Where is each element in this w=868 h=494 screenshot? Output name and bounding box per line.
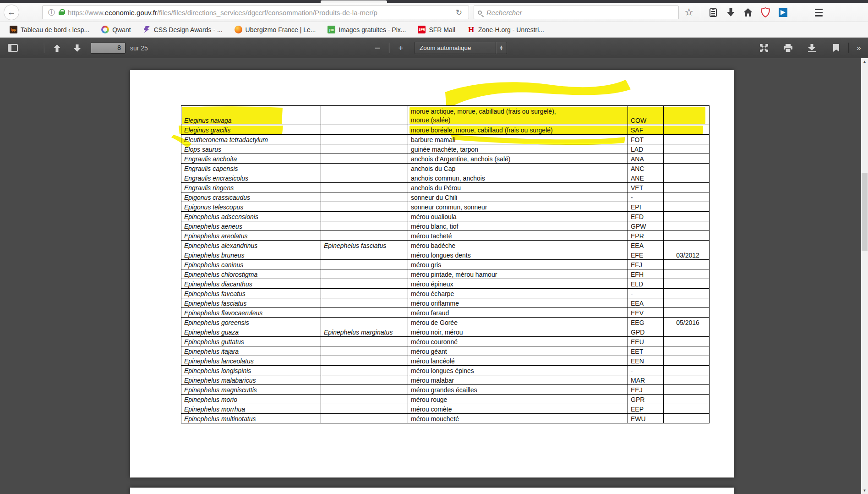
cell-code: ANC: [628, 164, 664, 173]
print-icon[interactable]: [779, 38, 797, 58]
pdf-page-8: Eleginus navagamorue arctique, morue, ca…: [130, 70, 734, 478]
bookmark-item-3[interactable]: CSS Design Awards - ...: [137, 24, 229, 36]
cell-date: [664, 164, 710, 173]
cell-syn: [321, 356, 408, 366]
more-tools-chevron[interactable]: »: [851, 38, 867, 58]
cell-code: ANA: [628, 154, 664, 164]
table-row: Epinephelus multinotatusmérou mouchetéEW…: [181, 414, 710, 423]
cell-date: [664, 346, 710, 356]
cell-date: [664, 106, 710, 125]
pdf-viewport[interactable]: Eleginus navagamorue arctique, morue, ca…: [0, 58, 868, 494]
cell-syn: [321, 318, 408, 327]
bookmark-star-icon[interactable]: ☆: [683, 7, 694, 18]
cell-fr: barbure mamali: [408, 135, 628, 144]
sidebar-toggle-icon[interactable]: [5, 38, 21, 58]
cell-date: [664, 269, 710, 279]
reload-icon[interactable]: ↻: [452, 8, 466, 17]
cell-syn: [321, 260, 408, 269]
cell-sci: Epinephelus itajara: [181, 346, 321, 356]
bookmark-item-6[interactable]: SFRSFR Mail: [412, 24, 461, 36]
table-row: Epinephelus moriomérou rougeGPR: [181, 395, 710, 404]
cell-sci: Epinephelus aeneus: [181, 221, 321, 231]
next-page-icon[interactable]: [69, 38, 85, 58]
cell-code: GPW: [628, 221, 664, 231]
zoom-out-button[interactable]: −: [368, 38, 387, 58]
cell-sci: Epinephelus morio: [181, 395, 321, 404]
bookmark-view-icon[interactable]: [827, 38, 845, 58]
home-icon[interactable]: [742, 7, 753, 18]
cell-date: [664, 289, 710, 298]
page-number-input[interactable]: 8: [91, 42, 126, 54]
table-row: Epinephelus morrhuamérou comèteEEP: [181, 404, 710, 414]
cell-sci: Epinephelus diacanthus: [181, 279, 321, 289]
cell-date: [664, 366, 710, 375]
menu-icon[interactable]: [813, 7, 824, 18]
cell-code: -: [628, 366, 664, 375]
page-info-icon[interactable]: ⓘ: [45, 8, 58, 17]
cell-fr: mérou comète: [408, 404, 628, 414]
cell-fr: morue boréale, morue, cabillaud (frais o…: [408, 125, 628, 135]
navigation-toolbar: ← ⓘ https://www.economie.gouv.fr/files/f…: [0, 3, 868, 22]
cell-syn: [321, 154, 408, 164]
table-row: Elops saurusguinée machète, tarponLAD: [181, 144, 710, 154]
cell-fr: sonneur commun, sonneur: [408, 202, 628, 212]
bookmark-item-2[interactable]: Qwant: [95, 24, 136, 36]
table-row: Epinephelus aeneusmérou blanc, tiofGPW: [181, 221, 710, 231]
table-row: Epigonus crassicaudussonneur du Chili-: [181, 192, 710, 202]
table-row: Epinephelus itajaramérou géantEET: [181, 346, 710, 356]
secure-lock-icon[interactable]: [59, 11, 64, 15]
table-row: Epinephelus caninusmérou grisEFJ: [181, 260, 710, 269]
cell-date: [664, 279, 710, 289]
cell-fr: mérou gris: [408, 260, 628, 269]
cell-fr: mérou longues dents: [408, 250, 628, 260]
downloads-icon[interactable]: [725, 7, 736, 18]
scrollbar-thumb[interactable]: [862, 173, 868, 251]
cell-sci: Engraulis ringens: [181, 183, 321, 192]
scrollbar[interactable]: ▲ ▼: [861, 58, 868, 494]
previous-page-icon[interactable]: [49, 38, 65, 58]
cell-code: LAD: [628, 144, 664, 154]
scroll-down-arrow[interactable]: ▼: [861, 487, 868, 494]
cell-code: EEP: [628, 404, 664, 414]
cell-syn: [321, 231, 408, 241]
cell-date: [664, 173, 710, 183]
blue-extension-icon[interactable]: [777, 7, 788, 18]
cell-sci: Eleginus navaga: [181, 106, 321, 125]
bookmark-item-1[interactable]: lppTableau de bord ‹ lesp...: [4, 24, 95, 36]
bookmark-item-5[interactable]: pxImages gratuites - Pix...: [322, 24, 412, 36]
back-button[interactable]: ←: [4, 5, 19, 20]
table-row: Epinephelus fasciatusmérou oriflammeEEA: [181, 298, 710, 308]
search-placeholder: Rechercher: [486, 9, 522, 16]
table-row: Epinephelus diacanthusmérou épineuxELD: [181, 279, 710, 289]
table-row: Eleutheronema tetradactylumbarbure mamal…: [181, 135, 710, 144]
cell-fr: mérou épineux: [408, 279, 628, 289]
bookmark-label: Tableau de bord ‹ lesp...: [21, 26, 89, 33]
zoom-select-dropdown[interactable]: Zoom automatique ▲▼: [415, 42, 507, 54]
cell-syn: [321, 385, 408, 395]
url-bar[interactable]: ⓘ https://www.economie.gouv.fr/files/fil…: [42, 5, 469, 19]
adblock-shield-icon[interactable]: [760, 7, 771, 18]
zoom-in-button[interactable]: +: [392, 38, 410, 58]
cell-date: [664, 298, 710, 308]
table-row: Engraulis capensisanchois du CapANC: [181, 164, 710, 173]
cell-code: EEA: [628, 298, 664, 308]
scroll-up-arrow[interactable]: ▲: [861, 58, 868, 65]
cell-sci: Engraulis encrasicolus: [181, 173, 321, 183]
pdf-page-9-edge: [130, 488, 734, 494]
cell-sci: Epinephelus faveatus: [181, 289, 321, 298]
presentation-mode-icon[interactable]: [755, 38, 773, 58]
cell-code: EPR: [628, 231, 664, 241]
cell-syn: [321, 250, 408, 260]
bookmarks-menu-icon[interactable]: [708, 7, 719, 18]
cssda-favicon: [143, 26, 151, 33]
bookmark-item-7[interactable]: HZone-H.org - Unrestri...: [461, 24, 550, 36]
url-text[interactable]: https://www.economie.gouv.fr/files/files…: [68, 9, 448, 16]
download-icon[interactable]: [802, 38, 821, 58]
search-bar[interactable]: Rechercher: [474, 5, 679, 19]
bookmark-item-4[interactable]: Ubergizmo France | Le...: [229, 24, 322, 36]
cell-date: [664, 144, 710, 154]
table-row: Epinephelus adscensionismérou oualioulaE…: [181, 212, 710, 221]
cell-syn: [321, 279, 408, 289]
cell-fr: anchois commun, anchois: [408, 173, 628, 183]
cell-sci: Engraulis capensis: [181, 164, 321, 173]
